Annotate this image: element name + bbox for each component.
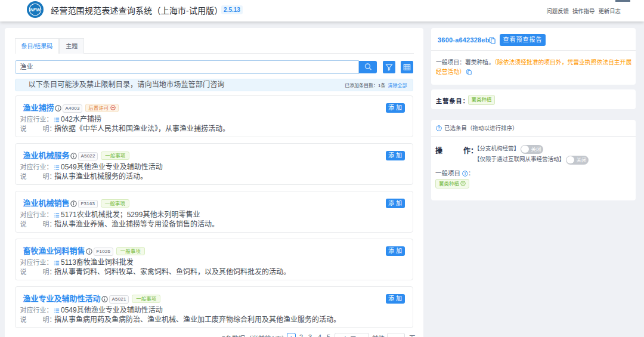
svg-text:?: ?	[438, 126, 440, 130]
svg-text:?: ?	[464, 171, 466, 175]
svg-text:NFW: NFW	[30, 7, 41, 13]
